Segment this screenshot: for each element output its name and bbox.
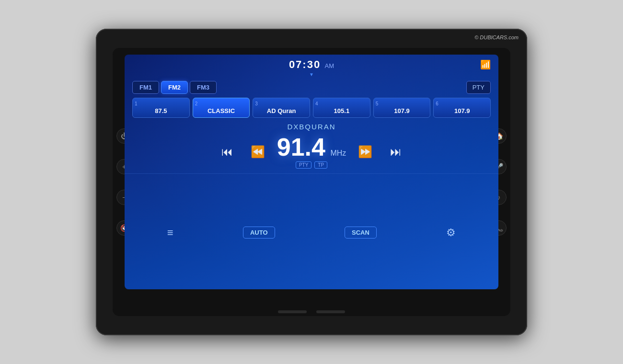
auto-label: AUTO [250, 229, 268, 236]
rewind-button[interactable]: ⏪ [246, 140, 269, 163]
preset-3[interactable]: 3 AD Quran [253, 98, 310, 118]
preset-1[interactable]: 1 87.5 [132, 98, 190, 118]
bump-right [316, 310, 345, 313]
frequency-unit: MHz [330, 149, 346, 157]
station-info: DXBQURAN [125, 120, 498, 132]
preset-5[interactable]: 5 107.9 [373, 98, 431, 118]
bottom-toolbar: ≡ AUTO SCAN ⚙ [125, 176, 498, 289]
watermark: © DUBICARS.com [474, 34, 519, 40]
band-tabs: FM1 FM2 FM3 [132, 81, 217, 94]
bottom-bumps [278, 310, 345, 313]
pty-button[interactable]: PTY [466, 81, 491, 94]
wifi-icon: 📶 [480, 59, 491, 70]
presets-row: 1 87.5 2 CLASSIC 3 AD Quran 4 105.1 5 [125, 96, 498, 120]
time-arrow: ▼ [289, 72, 334, 77]
bump-left [278, 310, 307, 313]
pty-badge: PTY [296, 161, 312, 169]
preset-4[interactable]: 4 105.1 [313, 98, 370, 118]
time-ampm: AM [325, 62, 335, 69]
settings-icon: ⚙ [446, 227, 456, 239]
auto-button[interactable]: AUTO [243, 227, 275, 239]
badges-row: PTY TP [277, 161, 346, 169]
car-infotainment-unit: © DUBICARS.com ⏻ + − 🔇 🏠 🎤 ♪ 📞 07:30 AM [96, 29, 527, 335]
list-icon: ≡ [167, 227, 173, 239]
scan-button[interactable]: SCAN [345, 227, 377, 239]
band-tab-fm3[interactable]: FM3 [190, 81, 217, 94]
frequency-value: 91.4 [277, 133, 325, 161]
band-row: FM1 FM2 FM3 PTY [125, 79, 498, 96]
time-display: 07:30 AM ▼ [289, 58, 334, 77]
forward-button[interactable]: ⏩ [354, 140, 377, 163]
preset-6[interactable]: 6 107.9 [433, 98, 491, 118]
settings-button[interactable]: ⚙ [446, 227, 456, 239]
band-tab-fm1[interactable]: FM1 [132, 81, 159, 94]
tp-badge: TP [314, 161, 327, 169]
time-value: 07:30 [289, 58, 321, 70]
divider [125, 173, 498, 174]
station-name: DXBQURAN [125, 123, 498, 131]
controls-row: ⏮ ⏪ 91.4 MHz PTY TP ⏩ ⏭ [125, 132, 498, 171]
scan-label: SCAN [352, 229, 369, 236]
list-button[interactable]: ≡ [167, 227, 173, 239]
main-screen: 07:30 AM ▼ 📶 FM1 FM2 FM3 PTY 1 [125, 55, 498, 289]
prev-track-button[interactable]: ⏮ [216, 140, 239, 163]
screen-header: 07:30 AM ▼ 📶 [125, 55, 498, 79]
band-tab-fm2[interactable]: FM2 [161, 81, 188, 94]
frequency-display: 91.4 MHz PTY TP [277, 135, 346, 169]
next-track-button[interactable]: ⏭ [384, 140, 407, 163]
device-frame: ⏻ + − 🔇 🏠 🎤 ♪ 📞 07:30 AM ▼ [113, 48, 510, 316]
preset-2[interactable]: 2 CLASSIC [193, 98, 250, 118]
